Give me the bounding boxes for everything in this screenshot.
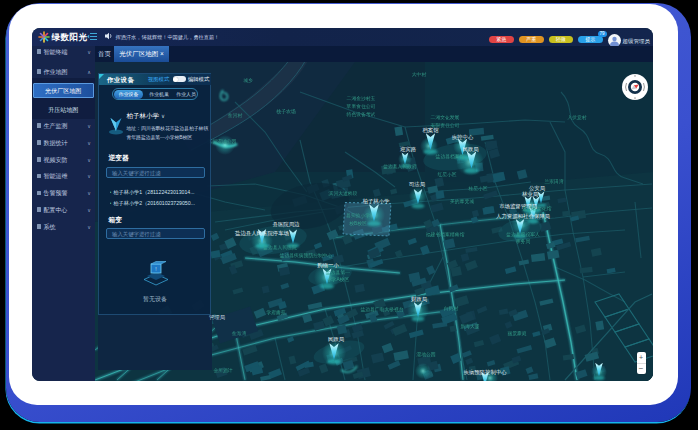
svg-text:管理局: 管理局 bbox=[209, 314, 225, 321]
svg-text:县实验小学: 县实验小学 bbox=[346, 212, 370, 218]
svg-text:购物一小: 购物一小 bbox=[317, 262, 339, 269]
svg-text:二滩金沙村玉: 二滩金沙村玉 bbox=[347, 95, 376, 102]
svg-text:苹果食住公司: 苹果食住公司 bbox=[347, 103, 376, 109]
svg-text:疾控中心: 疾控中心 bbox=[452, 133, 474, 139]
svg-text:民政局: 民政局 bbox=[328, 336, 344, 343]
svg-text:特色设备考试: 特色设备考试 bbox=[347, 111, 376, 118]
svg-text:二滩文化发展: 二滩文化发展 bbox=[431, 114, 460, 121]
svg-text:盐边县疾病预防控制中心: 盐边县疾病预防控制中心 bbox=[280, 252, 333, 259]
svg-text:丽景豪庭: 丽景豪庭 bbox=[507, 330, 526, 337]
svg-text:民政局: 民政局 bbox=[462, 146, 478, 153]
svg-text:盐边县人民医院停车场: 盐边县人民医院停车场 bbox=[235, 229, 289, 236]
svg-text:兰家田湾: 兰家田湾 bbox=[544, 178, 563, 185]
svg-text:迎宾路: 迎宾路 bbox=[400, 146, 417, 152]
svg-text:湿地公园: 湿地公园 bbox=[415, 351, 435, 357]
svg-text:学府書苑: 学府書苑 bbox=[266, 309, 285, 316]
svg-text:盐边县人民医院: 盐边县人民医院 bbox=[263, 244, 297, 251]
svg-text:白鹤村: 白鹤村 bbox=[444, 305, 459, 312]
svg-text:疾病预防控制中心: 疾病预防控制中心 bbox=[463, 369, 507, 376]
svg-text:林业局: 林业局 bbox=[521, 191, 538, 198]
svg-text:金海湾: 金海湾 bbox=[232, 330, 247, 336]
svg-text:盐边县文化馆: 盐边县文化馆 bbox=[523, 205, 552, 212]
svg-text:盐边县广电大楼视台: 盐边县广电大楼视台 bbox=[360, 306, 403, 313]
svg-text:柏子林小学: 柏子林小学 bbox=[362, 197, 391, 204]
svg-text:校B校区: 校B校区 bbox=[348, 221, 367, 226]
svg-text:!: ! bbox=[155, 266, 156, 272]
svg-text:人力资源和社会保障局: 人力资源和社会保障局 bbox=[496, 213, 550, 220]
svg-text:滨河湿地公园: 滨河湿地公园 bbox=[208, 138, 237, 144]
svg-text:小学A校区: 小学A校区 bbox=[327, 277, 350, 282]
svg-text:城乡: 城乡 bbox=[242, 77, 253, 83]
svg-text:桃子农场: 桃子农场 bbox=[275, 108, 295, 115]
svg-text:滨河大道桥段: 滨河大道桥段 bbox=[329, 190, 358, 196]
svg-text:桂星小区: 桂星小区 bbox=[468, 186, 487, 191]
svg-text:新海大厦: 新海大厦 bbox=[460, 323, 479, 330]
svg-text:县医院周边: 县医院周边 bbox=[273, 221, 301, 228]
svg-text:财政局: 财政局 bbox=[411, 296, 427, 303]
svg-text:美的摩梵城: 美的摩梵城 bbox=[450, 198, 474, 205]
svg-text:福建省档案精藏馆: 福建省档案精藏馆 bbox=[426, 231, 465, 238]
svg-text:盐边县退役军人: 盐边县退役军人 bbox=[506, 231, 540, 238]
svg-text:有限责任公司: 有限责任公司 bbox=[431, 122, 460, 128]
svg-text:盐边县档案馆: 盐边县档案馆 bbox=[436, 153, 465, 160]
svg-text:盐边县人民政府: 盐边县人民政府 bbox=[383, 163, 417, 170]
svg-text:司法局: 司法局 bbox=[409, 181, 425, 188]
svg-text:红星小区: 红星小区 bbox=[437, 172, 456, 177]
svg-text:事务局: 事务局 bbox=[516, 238, 531, 245]
